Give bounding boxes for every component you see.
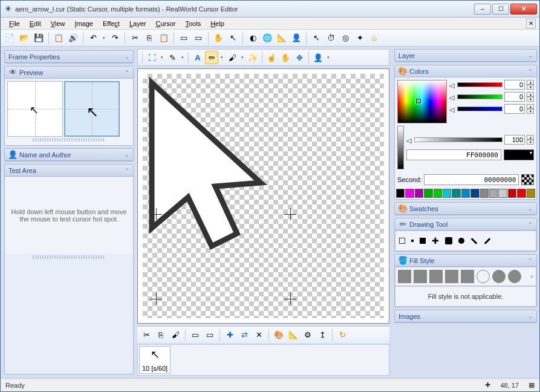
swatch-color[interactable] [470,189,479,198]
fill-swatch[interactable] [477,270,490,283]
hex-input-1[interactable] [406,149,501,160]
preview-header[interactable]: 👁 Preview⌃ [5,67,133,79]
chevron-right-icon[interactable]: » [530,273,533,279]
menu-effect[interactable]: Effect [98,19,125,28]
swatch-color[interactable] [443,189,451,198]
brush-8[interactable] [484,238,491,244]
hex-input-2[interactable] [424,174,519,185]
swatch-color[interactable] [498,189,507,198]
globe-icon[interactable]: 🌐 [261,31,274,45]
green-slider[interactable] [457,94,503,99]
clock-icon[interactable]: ⏱ [324,31,337,45]
swatch-color[interactable] [415,189,423,198]
canvas[interactable] [137,68,389,324]
menu-tools[interactable]: Tools [180,19,206,28]
swatches-header[interactable]: 🎨 Swatches⌄ [395,203,536,215]
test-area-header[interactable]: Test Area⌃ [5,165,133,177]
blue-slider[interactable] [457,106,503,111]
frame-thumb[interactable]: ↖ 10 [s/60] [139,346,171,374]
hand-icon[interactable]: ✋ [212,31,225,45]
alpha-spinner[interactable]: ▴▾ [527,135,534,145]
brush-dropdown[interactable]: ▾ [239,51,246,64]
brush-5[interactable] [445,237,452,244]
resize-grip[interactable] [33,255,105,259]
pointer-icon[interactable]: ↖ [226,31,239,45]
brush-icon[interactable]: 🖌 [226,51,239,64]
swatch-color[interactable] [527,189,535,198]
flame-icon[interactable]: ♨ [368,31,381,45]
images-header[interactable]: Images⌄ [395,310,536,322]
fill-swatch[interactable] [492,270,506,283]
layer-icon[interactable]: ▭ [177,31,190,45]
close-button[interactable]: ✕ [510,4,537,15]
text-icon[interactable]: A [191,51,204,64]
drawing-tool-header[interactable]: ✏ Drawing Tool⌃ [395,218,536,230]
colors-header[interactable]: 🎨 Colors⌃ [395,65,536,77]
menu-edit[interactable]: Edit [25,19,46,28]
swap-icon[interactable]: ⇄ [238,328,251,342]
blue-input[interactable] [504,104,525,114]
fill-style-header[interactable]: 🪣 Fill Style⌃ [395,255,536,267]
color-swatch-2[interactable] [521,174,534,185]
sound-icon[interactable]: 🔊 [67,31,80,45]
swatch-color[interactable] [480,189,489,198]
layer-header[interactable]: Layer⌄ [395,50,536,62]
preview-cell-2[interactable]: ↖ [64,81,120,137]
tool-icon[interactable]: ✂ [140,328,153,342]
draw-dropdown[interactable]: ▾ [219,51,225,64]
swatch-color[interactable] [461,189,470,198]
test-area-body[interactable]: Hold down left mouse button and move the… [5,177,133,254]
tool-icon[interactable]: 🖌 [169,328,182,342]
red-spinner[interactable]: ▴▾ [527,80,534,90]
finger-icon[interactable]: ☝ [265,51,278,64]
green-spinner[interactable]: ▴▾ [527,92,534,102]
maximize-button[interactable]: ☐ [492,4,509,15]
swatch-color[interactable] [452,189,460,198]
gear-icon[interactable]: ⚙ [301,328,314,342]
brush-4[interactable]: ✚ [432,236,439,246]
user2-icon[interactable]: 👤 [311,51,325,64]
menu-help[interactable]: Help [206,19,229,28]
move-icon[interactable]: ✥ [293,51,306,64]
brush-2[interactable] [411,240,414,242]
select-icon[interactable]: ⛶ [145,51,158,64]
menu-view[interactable]: View [46,19,70,28]
undo-icon[interactable]: ↶ [86,31,100,45]
copy-icon[interactable]: 📋 [52,31,65,45]
fill-swatch[interactable] [508,270,521,283]
brush-3[interactable] [420,238,426,244]
cut-icon[interactable]: ✂ [128,31,142,45]
minimize-button[interactable]: – [474,4,491,15]
pencil-dropdown[interactable]: ▾ [180,51,186,64]
grid-icon[interactable]: ▦ [529,381,535,389]
fill-swatch[interactable] [445,270,458,283]
menu-image[interactable]: Image [70,19,98,28]
swatch-color[interactable] [396,189,405,198]
menu-layer[interactable]: Layer [125,19,151,28]
pencil-icon[interactable]: ✎ [166,51,179,64]
cursor-icon[interactable]: ↖ [310,31,323,45]
select-dropdown[interactable]: ▾ [159,51,165,64]
red-input[interactable] [504,80,525,90]
swatch-color[interactable] [434,189,442,198]
menu-file[interactable]: File [4,19,25,28]
name-author-header[interactable]: 👤 Name and Author⌄ [5,149,133,161]
target-icon[interactable]: ◎ [339,31,352,45]
swatch-color[interactable] [489,189,498,198]
alpha-slider[interactable] [414,137,503,142]
swatch-color[interactable] [517,189,525,198]
menubar-close-icon[interactable]: ✕ [526,19,536,28]
tool-icon[interactable]: ▭ [203,328,216,342]
wand-icon[interactable]: ✨ [246,51,259,64]
menu-cursor[interactable]: Cursor [151,19,180,28]
draw-icon[interactable]: ✏ [205,51,218,64]
swatch-color[interactable] [424,189,432,198]
color-swatch-1[interactable] [504,149,534,160]
hand2-icon[interactable]: ✋ [279,51,292,64]
sparkle-icon[interactable]: ✦ [353,31,366,45]
user-icon[interactable]: 👤 [290,31,303,45]
circle-icon[interactable]: ◐ [246,31,259,45]
delete-icon[interactable]: ✕ [252,328,265,342]
redo-icon[interactable]: ↷ [108,31,122,45]
user-dropdown[interactable]: ▾ [325,51,331,64]
